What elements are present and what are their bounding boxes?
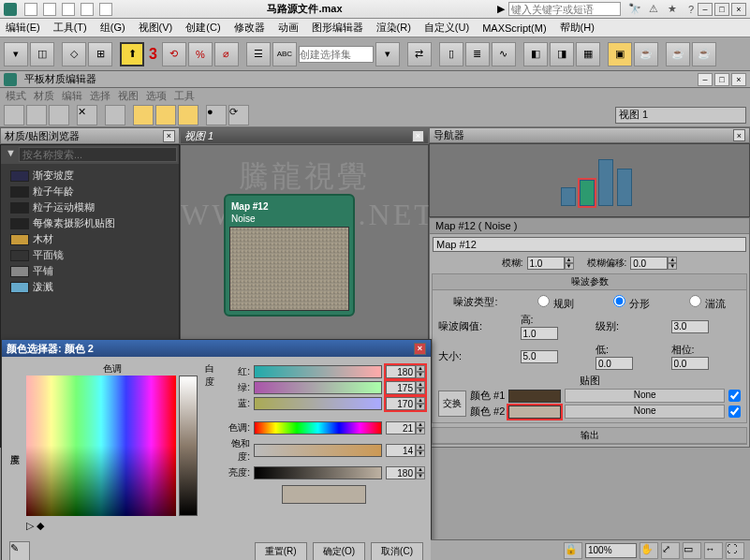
sat-input[interactable] (386, 444, 416, 457)
blur-input[interactable] (527, 257, 565, 270)
red-slider[interactable] (254, 365, 382, 378)
hue-slider[interactable] (254, 421, 382, 435)
mat-menu-select[interactable]: 选择 (90, 89, 110, 103)
nav-node-3[interactable] (617, 169, 632, 206)
browser-item[interactable]: 平铺 (3, 263, 177, 279)
blur-down[interactable]: ▼ (565, 263, 574, 270)
zoom-region-icon[interactable]: ▭ (683, 542, 701, 559)
sphere-preview-icon[interactable]: ● (206, 105, 227, 125)
mirror-icon[interactable]: ⇄ (407, 42, 432, 66)
low-input[interactable] (596, 357, 633, 370)
menu-customize[interactable]: 自定义(U) (424, 21, 469, 35)
binoculars-icon[interactable]: 🔭 (628, 3, 641, 16)
quick-render-icon[interactable]: ☕ (666, 42, 690, 66)
mat-menu-material[interactable]: 材质 (34, 89, 54, 103)
browser-close-icon[interactable]: × (163, 130, 175, 142)
maximize-viewport-icon[interactable]: ⛶ (726, 542, 744, 559)
swap-button[interactable]: 交换 (438, 391, 466, 417)
curve-editor-icon[interactable]: ∿ (492, 42, 516, 66)
browser-dropdown-icon[interactable]: ▼ (3, 147, 19, 162)
menu-maxscript[interactable]: MAXScript(M) (482, 22, 546, 34)
noise-map-node[interactable]: Map #12 Noise (224, 194, 355, 317)
menu-grapheditors[interactable]: 图形编辑器 (312, 21, 363, 35)
navigator-close-icon[interactable]: × (733, 129, 745, 141)
navigator-panel[interactable] (429, 143, 750, 217)
menu-edit[interactable]: 编辑(E) (6, 21, 40, 35)
show-end-icon[interactable] (155, 105, 176, 125)
mat-maximize-button[interactable]: □ (714, 73, 729, 86)
map-name-input[interactable] (433, 237, 746, 252)
close-button[interactable]: × (731, 3, 746, 16)
menu-animation[interactable]: 动画 (278, 21, 299, 35)
browser-item[interactable]: 每像素摄影机贴图 (3, 215, 177, 231)
save-icon[interactable] (62, 3, 75, 16)
reset-button[interactable]: 重置(R) (255, 542, 307, 560)
menu-tools[interactable]: 工具(T) (53, 21, 87, 35)
schematic-view-icon[interactable]: ◧ (523, 42, 548, 66)
alert-icon[interactable]: ⚠ (647, 3, 660, 16)
browser-item[interactable]: 平面镜 (3, 247, 177, 263)
noise-params-rollup[interactable]: 噪波参数 (433, 274, 746, 290)
browser-item[interactable]: 木材 (3, 231, 177, 247)
assign-material-icon[interactable] (49, 105, 69, 125)
new-icon[interactable] (24, 3, 37, 16)
whiteness-slider[interactable] (179, 376, 198, 516)
color1-swatch[interactable] (508, 390, 561, 403)
nav-node-selected[interactable] (580, 180, 595, 206)
zoom-selector[interactable] (585, 543, 637, 558)
color2-swatch[interactable] (508, 405, 561, 419)
radio-turbulence[interactable]: 湍流 (689, 295, 725, 311)
show-map-icon[interactable] (133, 105, 154, 125)
browser-item[interactable]: 渐变坡度 (3, 168, 177, 184)
render-frame-icon[interactable]: ▣ (608, 42, 632, 66)
radio-regular[interactable]: 规则 (537, 295, 573, 311)
abc-icon[interactable]: ABC (272, 42, 297, 66)
layout-icon[interactable] (178, 105, 199, 125)
color-field[interactable] (26, 376, 176, 516)
size-input[interactable] (521, 350, 558, 363)
help-icon[interactable]: ? (684, 3, 698, 16)
map1-enable[interactable] (728, 390, 741, 402)
levels-input[interactable] (671, 320, 709, 333)
render-icon[interactable]: ☕ (634, 42, 658, 66)
blue-input[interactable] (386, 397, 416, 410)
nav-node-1[interactable] (561, 187, 576, 206)
play-icon[interactable]: ▶ (497, 3, 505, 15)
named-sel-icon[interactable]: ☰ (246, 42, 271, 66)
refresh-icon[interactable]: ⟳ (228, 105, 249, 125)
sat-slider[interactable] (254, 444, 382, 457)
menu-modifiers[interactable]: 修改器 (234, 21, 265, 35)
val-slider[interactable] (254, 466, 382, 479)
redo-icon[interactable] (99, 3, 112, 16)
unlink-icon[interactable]: ◫ (30, 42, 54, 66)
browser-search-input[interactable] (19, 147, 177, 162)
pan-icon[interactable]: ✋ (640, 542, 658, 559)
open-icon[interactable] (43, 3, 56, 16)
zoom-extents-icon[interactable]: ⤢ (661, 542, 680, 559)
ok-button[interactable]: 确定(O) (313, 542, 365, 560)
bluroff-up[interactable]: ▲ (668, 257, 677, 263)
eyedropper-icon[interactable]: ✎ (9, 541, 30, 560)
mat-menu-tools[interactable]: 工具 (174, 89, 195, 103)
favorite-icon[interactable]: ★ (666, 3, 679, 16)
view-selector[interactable] (615, 107, 746, 124)
lock-icon[interactable]: 🔒 (564, 542, 582, 559)
browser-item[interactable]: 粒子运动模糊 (3, 199, 177, 215)
menu-help[interactable]: 帮助(H) (560, 21, 595, 35)
blue-slider[interactable] (254, 397, 382, 410)
mat-close-button[interactable]: × (731, 73, 746, 86)
maximize-button[interactable]: □ (714, 3, 729, 16)
hue-input[interactable] (386, 421, 416, 435)
mat-menu-options[interactable]: 选项 (146, 89, 167, 103)
snap-angle-icon[interactable]: ⟲ (162, 42, 186, 66)
viewport-close-icon[interactable]: × (412, 130, 424, 142)
align-icon[interactable]: ▯ (439, 42, 463, 66)
map1-button[interactable]: None (565, 389, 725, 403)
select-link-icon[interactable]: ▾ (4, 42, 28, 66)
schematic-icon[interactable]: ◇ (62, 42, 86, 66)
mat-menu-view[interactable]: 视图 (118, 89, 139, 103)
mat-menu-mode[interactable]: 模式 (6, 89, 26, 103)
mat-minimize-button[interactable]: – (698, 73, 713, 86)
select-move-icon[interactable]: ⬆ (120, 42, 144, 66)
green-input[interactable] (386, 381, 416, 394)
